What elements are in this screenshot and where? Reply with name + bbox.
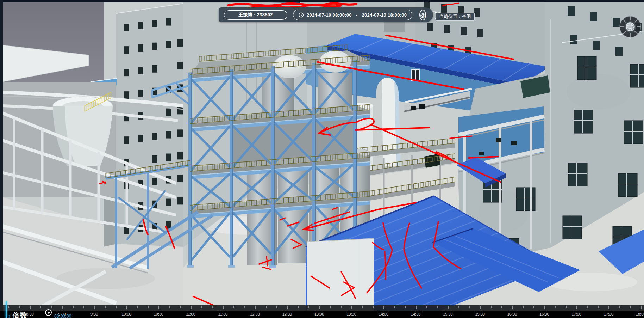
timeline-scrubber[interactable] bbox=[0, 305, 644, 311]
at-circle-icon: @ bbox=[420, 12, 425, 18]
timeline-tick bbox=[437, 306, 438, 308]
timeline-tick bbox=[523, 306, 524, 308]
timeline-tick bbox=[19, 306, 20, 308]
time-start: 2024-07-10 08:00:00 bbox=[307, 12, 352, 18]
timeline-tick bbox=[244, 306, 245, 308]
trajectory-playback-app: 王振博 - 238802 2024-07-10 08:00:00 - 2024-… bbox=[0, 0, 644, 318]
locate-button[interactable]: @ bbox=[419, 10, 426, 20]
person-selector[interactable]: 王振博 - 238802 bbox=[224, 10, 287, 20]
time-end: 2024-07-10 18:00:00 bbox=[362, 12, 407, 18]
timeline-tick-label: 13:30 bbox=[346, 312, 356, 316]
timeline-tick bbox=[158, 306, 159, 309]
timeline-labels: 8:309:009:3010:0010:3011:0011:3012:0012:… bbox=[0, 311, 644, 318]
timeline-tick bbox=[330, 306, 331, 308]
timeline-tick-label: 12:30 bbox=[282, 312, 292, 316]
timeline-tick bbox=[126, 306, 127, 309]
speed-label[interactable]: 倍数 bbox=[13, 311, 27, 318]
timeline-tick bbox=[512, 306, 513, 309]
timeline-tick bbox=[255, 306, 256, 309]
timeline-tick-label: 18:00 bbox=[636, 312, 644, 316]
timeline-tick bbox=[641, 306, 642, 309]
timeline-tick bbox=[319, 306, 320, 309]
timeline-tick-label: 17:00 bbox=[571, 312, 581, 316]
timeline-tick-label: 12:00 bbox=[250, 312, 260, 316]
timeline-tick-label: 9:30 bbox=[90, 312, 98, 316]
timeline-tick bbox=[233, 306, 234, 308]
play-button[interactable] bbox=[45, 309, 52, 316]
timeline-tick bbox=[491, 306, 492, 308]
timeline-tick bbox=[587, 306, 588, 308]
timeline-tick bbox=[169, 306, 170, 308]
timeline-tick-label: 16:00 bbox=[507, 312, 517, 316]
scene-3d-viewport[interactable] bbox=[0, 0, 644, 318]
timeline-tick bbox=[8, 306, 9, 308]
timeline-tick bbox=[394, 306, 395, 308]
timeline-tick bbox=[341, 306, 342, 308]
timeline-tick bbox=[116, 306, 117, 308]
timeline-tick-label: 17:30 bbox=[604, 312, 614, 316]
play-icon bbox=[48, 311, 50, 314]
timeline-tick bbox=[608, 306, 609, 309]
timeline-tick bbox=[448, 306, 449, 309]
timeline-tick bbox=[383, 306, 384, 309]
timeline-tick bbox=[480, 306, 481, 309]
timeline-tick bbox=[630, 306, 631, 308]
timeline-tick bbox=[533, 306, 534, 308]
timeline-tick bbox=[137, 306, 138, 308]
timeline-tick bbox=[619, 306, 620, 308]
timeline-tick-label: 11:30 bbox=[218, 312, 227, 316]
timeline-tick-label: 11:00 bbox=[186, 312, 195, 316]
timeline-tick bbox=[298, 306, 299, 308]
timeline-tick-label: 10:30 bbox=[154, 312, 163, 316]
compass-north-label: N bbox=[629, 36, 631, 40]
timeline-tick bbox=[426, 306, 427, 308]
timeline-tick bbox=[544, 306, 545, 309]
timeline-tick bbox=[223, 306, 224, 309]
timeline-tick bbox=[83, 306, 84, 308]
timeline-tick bbox=[362, 306, 363, 308]
timeline-tick bbox=[94, 306, 95, 309]
navigation-gizmo[interactable]: N bbox=[618, 15, 643, 40]
timeline-tick bbox=[212, 306, 213, 308]
timeline-tick bbox=[501, 306, 502, 308]
timeline-tick-label: 10:00 bbox=[121, 312, 131, 316]
timeline-tick bbox=[458, 306, 459, 308]
timeline-tick bbox=[405, 306, 406, 308]
clock-icon bbox=[299, 12, 304, 18]
timeline-tick bbox=[566, 306, 567, 308]
timeline-tick-label: 15:30 bbox=[475, 312, 485, 316]
time-separator: - bbox=[356, 12, 358, 18]
time-range-picker[interactable]: 2024-07-10 08:00:00 - 2024-07-10 18:00:0… bbox=[293, 10, 412, 20]
timeline-tick-label: 15:00 bbox=[443, 312, 453, 316]
timeline-tick bbox=[62, 306, 63, 309]
playback-toolbar: 王振博 - 238802 2024-07-10 08:00:00 - 2024-… bbox=[219, 7, 433, 22]
timeline-tick-label: 16:30 bbox=[539, 312, 549, 316]
timeline-tick bbox=[276, 306, 277, 308]
playhead-date-fragment: 20 bbox=[5, 314, 10, 318]
timeline-tick bbox=[40, 306, 41, 308]
timeline-tick bbox=[180, 306, 181, 308]
timeline-tick bbox=[469, 306, 470, 308]
timeline-tick bbox=[555, 306, 556, 308]
timeline-tick bbox=[598, 306, 599, 308]
playhead-time: 08:00:00 bbox=[54, 314, 71, 318]
timeline-tick bbox=[266, 306, 267, 308]
timeline-tick-label: 14:00 bbox=[379, 312, 389, 316]
timeline-tick bbox=[373, 306, 374, 308]
timeline-tick bbox=[51, 306, 52, 308]
timeline-tick bbox=[73, 306, 74, 308]
timeline-tick-label: 13:00 bbox=[314, 312, 324, 316]
location-badge: 当前位置：全图 bbox=[436, 13, 475, 21]
timeline-tick bbox=[576, 306, 577, 309]
timeline-tick bbox=[287, 306, 288, 309]
timeline-tick bbox=[201, 306, 202, 308]
timeline-tick bbox=[148, 306, 149, 308]
timeline-tick bbox=[105, 306, 106, 308]
timeline-tick bbox=[351, 306, 352, 309]
timeline-tick bbox=[191, 306, 192, 309]
timeline-tick-label: 14:30 bbox=[411, 312, 421, 316]
timeline-tick bbox=[308, 306, 309, 308]
timeline-tick bbox=[30, 306, 31, 309]
timeline-tick bbox=[416, 306, 417, 309]
person-label: 王振博 - 238802 bbox=[238, 12, 273, 18]
